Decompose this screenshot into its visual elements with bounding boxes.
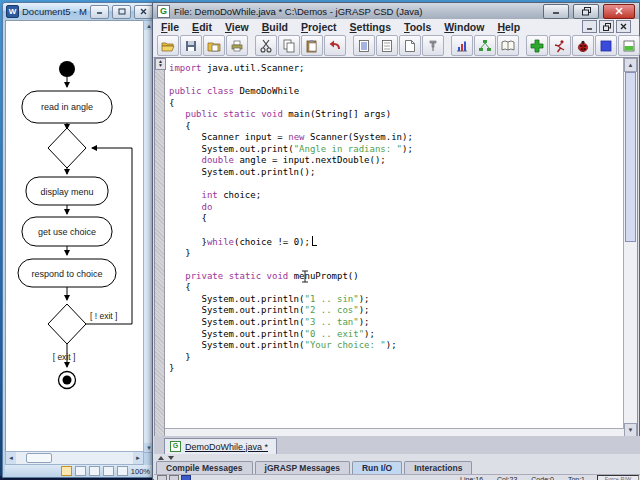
open-file-tabs: G DemoDoWhile.java * (154, 436, 640, 455)
tab-interactions[interactable]: Interactions (404, 461, 472, 474)
tab-jgrasp-messages[interactable]: jGRASP Messages (255, 461, 350, 474)
full-screen-view-icon[interactable] (75, 466, 86, 476)
tab-demodowhile[interactable]: G DemoDoWhile.java * (164, 438, 277, 454)
word-document-area[interactable]: read in angle display menu get use choic… (5, 20, 144, 453)
status-top: Top:1 (568, 476, 585, 480)
window-layout-icon[interactable] (157, 475, 167, 480)
viewer-icon[interactable] (595, 35, 617, 56)
decision-exit (48, 304, 86, 344)
jgrasp-titlebar[interactable]: G File: DemoDoWhile.java * C:\Demos - jG… (153, 3, 639, 20)
status-bar: Line:16 Col:23 Code:0 Top:1 Force R/W (154, 474, 640, 480)
menu-build[interactable]: Build (262, 21, 288, 33)
minimize-icon[interactable] (543, 4, 569, 19)
scrollbar-thumb[interactable] (26, 453, 52, 463)
pane-splitter[interactable] (154, 454, 640, 461)
close-icon[interactable] (603, 4, 635, 19)
status-code: Code:0 (531, 476, 554, 480)
uml-window-icon[interactable] (474, 35, 496, 56)
status-line: Line:16 (460, 476, 483, 480)
word-horizontal-scrollbar[interactable]: ◄ ► (5, 451, 144, 465)
collapse-down-icon[interactable] (168, 456, 174, 460)
zoom-level[interactable]: 100% (131, 467, 150, 476)
mdi-child-controls (582, 20, 631, 33)
cut-icon[interactable] (255, 35, 277, 56)
activity-diagram: read in angle display menu get use choic… (6, 21, 144, 421)
child-close-icon[interactable] (616, 20, 631, 33)
menu-help[interactable]: Help (497, 21, 520, 33)
menu-edit[interactable]: Edit (192, 21, 212, 33)
menu-project[interactable]: Project (301, 21, 337, 33)
close-icon[interactable] (134, 5, 153, 19)
scroll-left-icon[interactable]: ◄ (6, 452, 16, 464)
decision-loop-top (48, 128, 86, 168)
csd-gutter[interactable]: ▲▼ (155, 58, 165, 437)
status-col: Col:23 (497, 476, 517, 480)
print-layout-view-icon[interactable] (61, 466, 72, 476)
print-icon[interactable] (226, 35, 248, 56)
complexity-graph-icon[interactable] (451, 35, 473, 56)
generate-csd-icon[interactable] (353, 35, 375, 56)
remove-csd-icon[interactable] (376, 35, 398, 56)
dock-icon[interactable] (181, 475, 191, 480)
run-icon[interactable] (549, 35, 571, 56)
text-caret (312, 236, 317, 246)
svg-text:respond to choice: respond to choice (31, 269, 102, 279)
guard-not-exit: [ ! exit ] (90, 311, 117, 321)
word-titlebar[interactable]: W Document5 - Micro... (3, 3, 156, 20)
start-node (59, 61, 75, 77)
minimize-icon[interactable] (90, 5, 109, 19)
copy-icon[interactable] (278, 35, 300, 56)
jgrasp-window[interactable]: G File: DemoDoWhile.java * C:\Demos - jG… (152, 2, 640, 480)
menu-window[interactable]: Window (444, 21, 484, 33)
tab-run-io[interactable]: Run I/O (352, 461, 402, 474)
code-lines[interactable]: import java.util.Scanner;public class De… (169, 63, 621, 375)
debug-icon[interactable] (572, 35, 594, 56)
maximize-icon[interactable] (112, 5, 131, 19)
jgrasp-window-title: File: DemoDoWhile.java * C:\Demos - jGRA… (174, 6, 539, 17)
child-minimize-icon[interactable] (582, 20, 597, 33)
svg-text:get use choice: get use choice (38, 227, 96, 237)
status-fields: Line:16 Col:23 Code:0 Top:1 (460, 476, 585, 480)
web-layout-view-icon[interactable] (89, 466, 100, 476)
gutter-toggle-icon[interactable]: ▲▼ (155, 58, 166, 70)
paste-icon[interactable] (301, 35, 323, 56)
svg-text:display menu: display menu (40, 187, 93, 197)
jgrasp-menubar: File Edit View Build Project Settings To… (153, 19, 639, 35)
scroll-up-icon[interactable]: ▲ (624, 58, 637, 72)
code-editor[interactable]: ▲▼ import java.util.Scanner;public class… (154, 57, 638, 438)
guard-exit: [ exit ] (53, 352, 76, 362)
freeze-csd-icon[interactable] (399, 35, 421, 56)
svg-text:read in angle: read in angle (41, 102, 93, 112)
outline-view-icon[interactable] (103, 466, 114, 476)
tab-compile-messages[interactable]: Compile Messages (156, 461, 253, 474)
menu-file[interactable]: File (161, 21, 179, 33)
restore-icon[interactable] (573, 4, 599, 19)
menu-tools[interactable]: Tools (404, 21, 431, 33)
open-icon[interactable] (157, 35, 179, 56)
scroll-down-icon[interactable]: ▼ (624, 423, 637, 437)
menu-settings[interactable]: Settings (350, 21, 391, 33)
pin-icon[interactable] (422, 35, 444, 56)
file-tab-label: DemoDoWhile.java * (185, 442, 268, 452)
word-app-icon: W (6, 5, 19, 18)
menu-view[interactable]: View (225, 21, 249, 33)
window-layout-icon[interactable] (169, 475, 179, 480)
child-restore-icon[interactable] (599, 20, 614, 33)
jgrasp-app-icon: G (157, 5, 170, 18)
code-vertical-scrollbar[interactable]: ▲ ▼ (623, 58, 637, 437)
status-icons (157, 475, 191, 480)
file-browser-icon[interactable] (203, 35, 225, 56)
jgrasp-toolbar (153, 34, 639, 58)
workbench-icon[interactable] (618, 35, 640, 56)
word-window[interactable]: W Document5 - Micro... read in angle (2, 2, 157, 478)
expand-up-icon[interactable] (158, 456, 164, 460)
word-window-title: Document5 - Micro... (22, 6, 87, 17)
scrollbar-thumb[interactable] (625, 72, 636, 242)
draft-view-icon[interactable] (117, 466, 128, 476)
status-mode-box[interactable]: Force R/W (597, 475, 639, 480)
documentation-icon[interactable] (497, 35, 519, 56)
compile-icon[interactable] (526, 35, 548, 56)
scroll-right-icon[interactable]: ► (133, 452, 143, 464)
save-icon[interactable] (180, 35, 202, 56)
undo-icon[interactable] (324, 35, 346, 56)
